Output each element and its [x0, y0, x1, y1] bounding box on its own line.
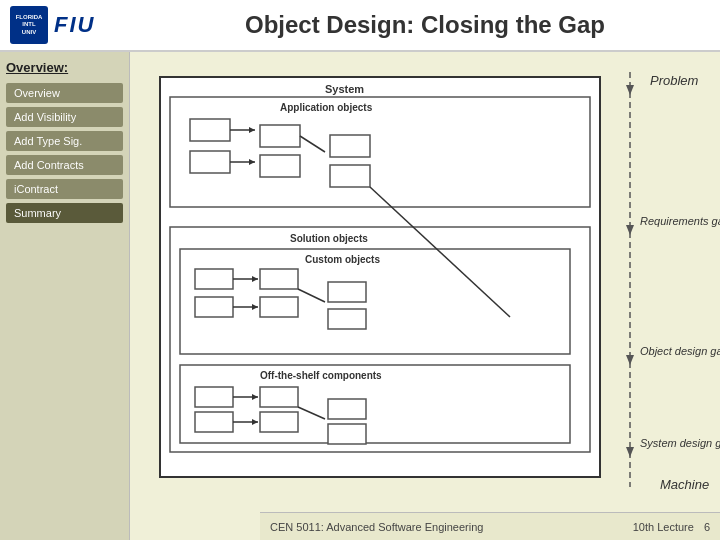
- shelf-rect-5: [328, 399, 366, 419]
- sidebar: Overview: Overview Add Visibility Add Ty…: [0, 52, 130, 540]
- footer: CEN 5011: Advanced Software Engineering …: [260, 512, 720, 540]
- shelf-rect-2: [195, 412, 233, 432]
- logo-sub-text: FLORIDAINTLUNIV: [16, 14, 43, 36]
- custom-rect-6: [328, 309, 366, 329]
- off-shelf-label: Off-the-shelf components: [260, 370, 382, 381]
- app-rect-5: [330, 135, 370, 157]
- sidebar-item-add-visibility[interactable]: Add Visibility: [6, 107, 123, 127]
- application-objects-label: Application objects: [280, 102, 373, 113]
- shelf-rect-4: [260, 412, 298, 432]
- main-layout: Overview: Overview Add Visibility Add Ty…: [0, 52, 720, 540]
- custom-rect-2: [195, 297, 233, 317]
- machine-label: Machine: [660, 477, 709, 492]
- arrow-requirements: [626, 225, 634, 235]
- footer-right: 10th Lecture 6: [633, 521, 710, 533]
- sidebar-heading: Overview:: [6, 60, 123, 75]
- custom-rect-1: [195, 269, 233, 289]
- system-label: System: [325, 83, 364, 95]
- sidebar-item-add-contracts[interactable]: Add Contracts: [6, 155, 123, 175]
- arrow-system-design: [626, 447, 634, 457]
- shelf-rect-3: [260, 387, 298, 407]
- content-area: Problem Requirements gap Object design g…: [130, 52, 720, 540]
- app-rect-4: [260, 155, 300, 177]
- custom-rect-5: [328, 282, 366, 302]
- custom-rect-3: [260, 269, 298, 289]
- system-design-gap-label: System design gap: [640, 437, 720, 449]
- object-design-gap-label: Object design gap: [640, 345, 720, 357]
- app-rect-2: [190, 151, 230, 173]
- solution-objects-label: Solution objects: [290, 233, 368, 244]
- requirements-gap-label: Requirements gap: [640, 215, 720, 227]
- sidebar-item-icontract[interactable]: iContract: [6, 179, 123, 199]
- arrow-top: [626, 85, 634, 95]
- sidebar-item-overview[interactable]: Overview: [6, 83, 123, 103]
- page-title: Object Design: Closing the Gap: [140, 11, 710, 39]
- header: FLORIDAINTLUNIV FIU Object Design: Closi…: [0, 0, 720, 52]
- arrow-object-design: [626, 355, 634, 365]
- footer-page: 6: [704, 521, 710, 533]
- app-rect-3: [260, 125, 300, 147]
- shelf-rect-6: [328, 424, 366, 444]
- custom-rect-4: [260, 297, 298, 317]
- logo-box: FLORIDAINTLUNIV: [10, 6, 48, 44]
- sidebar-item-add-type-sig[interactable]: Add Type Sig.: [6, 131, 123, 151]
- shelf-rect-1: [195, 387, 233, 407]
- custom-objects-label: Custom objects: [305, 254, 380, 265]
- footer-course: CEN 5011: Advanced Software Engineering: [270, 521, 483, 533]
- application-objects-box: [170, 97, 590, 207]
- problem-label: Problem: [650, 73, 699, 88]
- app-rect-1: [190, 119, 230, 141]
- logo-area: FLORIDAINTLUNIV FIU: [10, 6, 140, 44]
- fiu-logo-text: FIU: [54, 12, 95, 38]
- footer-lecture: 10th Lecture: [633, 521, 694, 533]
- app-rect-6: [330, 165, 370, 187]
- diagram-svg: Problem Requirements gap Object design g…: [140, 57, 720, 512]
- sidebar-item-summary[interactable]: Summary: [6, 203, 123, 223]
